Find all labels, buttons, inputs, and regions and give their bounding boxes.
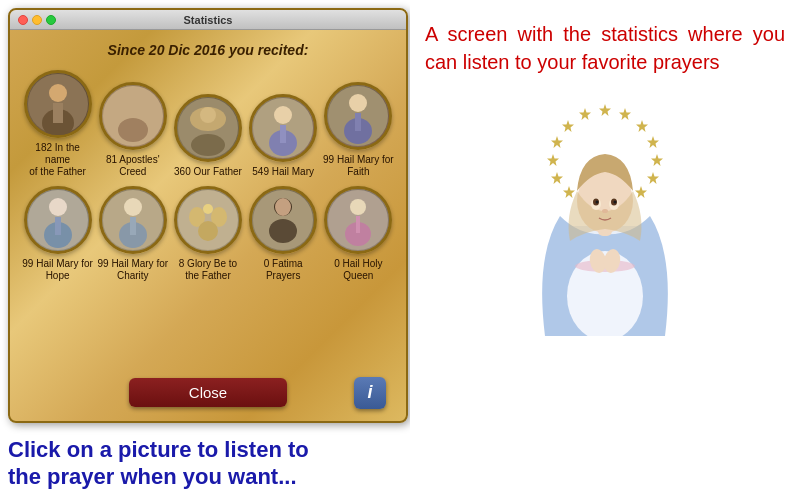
svg-point-32 bbox=[203, 204, 213, 214]
prayer-icon-ourfather bbox=[174, 94, 242, 162]
prayer-icon-creed bbox=[99, 82, 167, 150]
svg-marker-46 bbox=[647, 172, 659, 184]
prayer-item-queen[interactable]: 0 Hail HolyQueen bbox=[322, 186, 394, 282]
prayer-item-hope[interactable]: 99 Hail Mary forHope bbox=[22, 186, 94, 282]
svg-marker-48 bbox=[562, 120, 574, 132]
close-button[interactable]: Close bbox=[129, 378, 287, 407]
prayer-icon-father bbox=[24, 70, 92, 138]
svg-point-13 bbox=[274, 106, 292, 124]
stats-header: Since 20 Dic 2016 you recited: bbox=[20, 42, 396, 58]
svg-point-11 bbox=[191, 134, 225, 156]
svg-marker-47 bbox=[579, 108, 591, 120]
svg-marker-43 bbox=[636, 120, 648, 132]
bottom-line1: Click on a picture to listen to bbox=[8, 437, 408, 463]
prayer-item-father[interactable]: 182 In the nameof the Father bbox=[22, 70, 94, 178]
bottom-caption: Click on a picture to listen to the pray… bbox=[8, 437, 408, 490]
svg-point-21 bbox=[49, 198, 67, 216]
minimize-traffic-light[interactable] bbox=[32, 15, 42, 25]
prayer-icon-glory bbox=[174, 186, 242, 254]
svg-marker-44 bbox=[647, 136, 659, 148]
prayer-label-creed: 81 Apostles'Creed bbox=[106, 154, 160, 178]
close-traffic-light[interactable] bbox=[18, 15, 28, 25]
prayer-item-glory[interactable]: 8 Glory Be tothe Father bbox=[172, 186, 244, 282]
traffic-lights bbox=[18, 15, 56, 25]
svg-rect-3 bbox=[53, 103, 63, 123]
prayer-label-fatima: 0 FatimaPrayers bbox=[264, 258, 303, 282]
svg-marker-51 bbox=[551, 172, 563, 184]
svg-point-65 bbox=[602, 209, 608, 213]
parchment-content: Since 20 Dic 2016 you recited: 182 In th… bbox=[10, 30, 406, 421]
svg-point-36 bbox=[275, 198, 291, 216]
window-title: Statistics bbox=[184, 14, 233, 26]
statistics-window: Statistics Since 20 Dic 2016 you recited… bbox=[8, 8, 408, 423]
mary-figure bbox=[505, 96, 705, 336]
svg-rect-15 bbox=[280, 125, 286, 143]
svg-point-17 bbox=[349, 94, 367, 112]
svg-marker-49 bbox=[551, 136, 563, 148]
svg-point-31 bbox=[198, 221, 218, 241]
prayer-label-charity: 99 Hail Mary forCharity bbox=[97, 258, 168, 282]
prayer-label-faith: 99 Hail Mary forFaith bbox=[323, 154, 394, 178]
svg-point-10 bbox=[200, 107, 216, 123]
prayer-icon-hope bbox=[24, 186, 92, 254]
svg-marker-41 bbox=[599, 104, 611, 116]
prayer-icon-charity bbox=[99, 186, 167, 254]
svg-marker-50 bbox=[547, 154, 559, 166]
svg-marker-53 bbox=[563, 186, 575, 198]
svg-rect-40 bbox=[356, 216, 360, 233]
maximize-traffic-light[interactable] bbox=[46, 15, 56, 25]
mary-svg bbox=[505, 96, 705, 336]
prayer-item-creed[interactable]: 81 Apostles'Creed bbox=[97, 82, 169, 178]
prayer-label-father: 182 In the nameof the Father bbox=[22, 142, 94, 178]
prayer-label-glory: 8 Glory Be tothe Father bbox=[179, 258, 237, 282]
svg-point-35 bbox=[269, 219, 297, 243]
svg-point-7 bbox=[118, 118, 148, 142]
right-panel: A screen with the statistics where you c… bbox=[410, 0, 800, 500]
prayer-grid: 182 In the nameof the Father 81 Apostles… bbox=[20, 70, 396, 370]
description-text: A screen with the statistics where you c… bbox=[425, 20, 785, 76]
svg-point-25 bbox=[124, 198, 142, 216]
prayer-label-hailmary: 549 Hail Mary bbox=[252, 166, 314, 178]
prayer-icon-queen bbox=[324, 186, 392, 254]
prayer-row-2: 99 Hail Mary forHope 99 Hail Mary forCha… bbox=[20, 186, 396, 282]
prayer-item-faith[interactable]: 99 Hail Mary forFaith bbox=[322, 82, 394, 178]
prayer-item-ourfather[interactable]: 360 Our Father bbox=[172, 94, 244, 178]
svg-marker-52 bbox=[635, 186, 647, 198]
prayer-icon-fatima bbox=[249, 186, 317, 254]
svg-marker-45 bbox=[651, 154, 663, 166]
prayer-label-queen: 0 Hail HolyQueen bbox=[334, 258, 382, 282]
svg-point-64 bbox=[614, 201, 617, 204]
svg-rect-27 bbox=[130, 217, 136, 235]
svg-point-38 bbox=[350, 199, 366, 215]
prayer-icon-faith bbox=[324, 82, 392, 150]
svg-point-63 bbox=[596, 201, 599, 204]
bottom-line2: the prayer when you want... bbox=[8, 464, 408, 490]
prayer-row-1: 182 In the nameof the Father 81 Apostles… bbox=[20, 70, 396, 178]
svg-rect-19 bbox=[355, 113, 361, 131]
prayer-label-ourfather: 360 Our Father bbox=[174, 166, 242, 178]
prayer-icon-hailmary bbox=[249, 94, 317, 162]
info-button[interactable]: i bbox=[354, 377, 386, 409]
prayer-item-hailmary[interactable]: 549 Hail Mary bbox=[247, 94, 319, 178]
prayer-label-hope: 99 Hail Mary forHope bbox=[22, 258, 93, 282]
prayer-item-charity[interactable]: 99 Hail Mary forCharity bbox=[97, 186, 169, 282]
svg-rect-23 bbox=[55, 217, 61, 235]
prayer-item-fatima[interactable]: 0 FatimaPrayers bbox=[247, 186, 319, 282]
svg-marker-42 bbox=[619, 108, 631, 120]
svg-point-1 bbox=[49, 84, 67, 102]
close-bar: Close i bbox=[20, 370, 396, 411]
window-titlebar: Statistics bbox=[10, 10, 406, 30]
